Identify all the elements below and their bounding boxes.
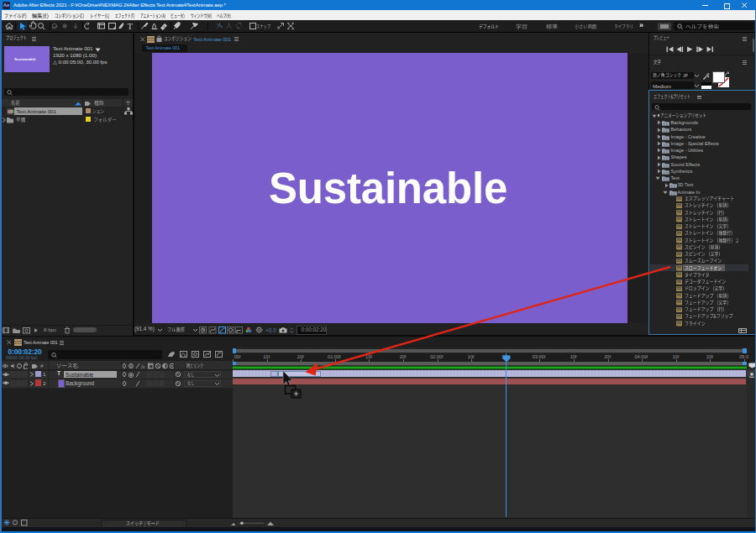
svg-text:T: T: [128, 22, 134, 31]
svg-text:+0.0: +0.0: [265, 327, 276, 332]
svg-text:fx: fx: [141, 364, 145, 369]
